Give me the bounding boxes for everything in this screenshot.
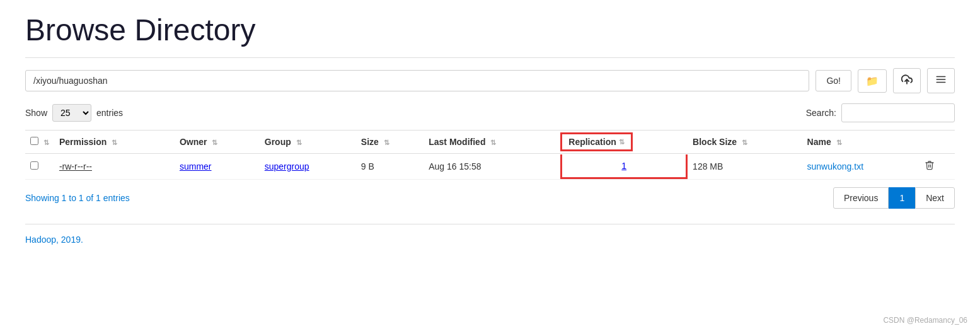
permission-header[interactable]: Permission ⇅ <box>54 131 175 154</box>
search-box: Search: <box>806 103 955 122</box>
sort-icon-replication: ⇅ <box>619 138 625 146</box>
replication-label: Replication <box>568 137 616 147</box>
sort-icon-owner: ⇅ <box>212 139 217 146</box>
show-label: Show <box>25 108 47 118</box>
replication-link[interactable]: 1 <box>621 161 626 171</box>
owner-link[interactable]: summer <box>180 161 212 171</box>
pagination: Previous 1 Next <box>833 187 955 209</box>
block-size-label: Block Size <box>693 137 737 147</box>
select-all-header: ⇅ <box>25 131 54 154</box>
replication-header[interactable]: Replication ⇅ <box>560 131 688 154</box>
permission-cell: -rw-r--r-- <box>54 154 175 180</box>
upload-icon <box>901 74 913 88</box>
name-cell: sunwukong.txt <box>802 154 919 180</box>
delete-cell <box>919 154 955 180</box>
owner-label: Owner <box>180 137 207 147</box>
show-entries: Show 10 25 50 100 entries <box>25 104 123 122</box>
list-view-button[interactable] <box>927 68 955 93</box>
next-button[interactable]: Next <box>915 187 955 209</box>
path-input[interactable] <box>25 70 809 91</box>
footer-text: Hadoop, 2019. <box>25 235 955 245</box>
showing-text: Showing 1 to 1 of 1 entries <box>25 193 130 203</box>
upload-button[interactable] <box>893 68 921 93</box>
page-1-button[interactable]: 1 <box>889 187 915 209</box>
size-header[interactable]: Size ⇅ <box>356 131 424 154</box>
group-cell: supergroup <box>260 154 356 180</box>
page-title: Browse Directory <box>25 13 955 47</box>
sort-icon-check: ⇅ <box>43 139 49 146</box>
entries-label: entries <box>96 108 123 118</box>
group-link[interactable]: supergroup <box>265 161 309 171</box>
row-checkbox-cell <box>25 154 54 180</box>
title-divider <box>25 57 955 58</box>
owner-cell: summer <box>175 154 260 180</box>
permission-link[interactable]: -rw-r--r-- <box>59 161 92 171</box>
row-checkbox[interactable] <box>30 161 38 170</box>
name-header[interactable]: Name ⇅ <box>802 131 919 154</box>
sort-icon-group: ⇅ <box>296 139 302 146</box>
replication-th-box: Replication ⇅ <box>560 132 632 151</box>
search-input[interactable] <box>841 103 955 122</box>
folder-button[interactable]: 📁 <box>858 69 887 93</box>
previous-button[interactable]: Previous <box>833 187 889 209</box>
sort-icon-block-size: ⇅ <box>742 139 747 146</box>
size-label: Size <box>361 137 379 147</box>
last-modified-label: Last Modified <box>429 137 485 147</box>
footer-divider <box>25 224 955 224</box>
entries-select[interactable]: 10 25 50 100 <box>52 104 91 122</box>
name-label: Name <box>807 137 831 147</box>
info-row: Showing 1 to 1 of 1 entries Previous 1 N… <box>25 187 955 209</box>
path-row: Go! 📁 <box>25 68 955 93</box>
go-button[interactable]: Go! <box>816 70 851 91</box>
group-header[interactable]: Group ⇅ <box>260 131 356 154</box>
sort-icon-name: ⇅ <box>836 139 842 146</box>
sort-icon-permission: ⇅ <box>112 139 117 146</box>
select-all-checkbox[interactable] <box>30 137 38 145</box>
search-label: Search: <box>806 108 836 118</box>
owner-header[interactable]: Owner ⇅ <box>175 131 260 154</box>
delete-button[interactable] <box>925 160 935 173</box>
list-icon <box>935 74 947 88</box>
replication-cell: 1 <box>560 154 688 180</box>
block-size-header[interactable]: Block Size ⇅ <box>688 131 802 154</box>
last-modified-cell: Aug 16 15:58 <box>424 154 560 180</box>
sort-icon-size: ⇅ <box>384 139 389 146</box>
last-modified-header[interactable]: Last Modified ⇅ <box>424 131 560 154</box>
files-table: ⇅ Permission ⇅ Owner ⇅ Group ⇅ Size ⇅ <box>25 130 955 180</box>
replication-value: 1 <box>560 154 688 179</box>
sort-icon-last-modified: ⇅ <box>490 139 496 146</box>
table-row: -rw-r--r-- summer supergroup 9 B Aug 16 … <box>25 154 955 180</box>
block-size-cell: 128 MB <box>688 154 802 180</box>
file-name-link[interactable]: sunwukong.txt <box>807 161 864 171</box>
controls-row: Show 10 25 50 100 entries Search: <box>25 103 955 122</box>
size-cell: 9 B <box>356 154 424 180</box>
permission-label: Permission <box>59 137 107 147</box>
group-label: Group <box>265 137 291 147</box>
folder-icon: 📁 <box>866 75 879 87</box>
